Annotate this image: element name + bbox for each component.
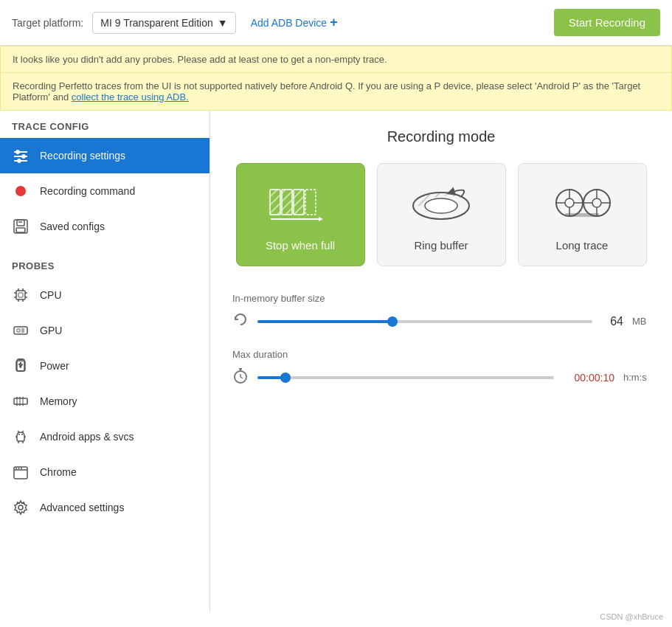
max-duration-value: 00:00:10 bbox=[563, 372, 614, 384]
svg-point-76 bbox=[592, 198, 601, 207]
cpu-icon bbox=[12, 286, 30, 304]
sidebar-item-recording-settings[interactable]: Recording settings bbox=[0, 138, 209, 173]
disk-icon bbox=[12, 218, 30, 235]
sidebar-item-recording-command[interactable]: Recording command bbox=[0, 173, 209, 209]
sidebar-item-gpu[interactable]: GPU bbox=[0, 313, 209, 348]
content-area: Recording mode bbox=[210, 111, 672, 612]
target-platform-label: Target platform: bbox=[12, 17, 83, 29]
sidebar-item-memory-label: Memory bbox=[40, 395, 77, 407]
main-layout: Trace config Recording settings Recordin bbox=[0, 111, 672, 612]
plus-icon: + bbox=[330, 15, 338, 30]
mode-ring-buffer-label: Ring buffer bbox=[414, 239, 468, 252]
power-icon bbox=[12, 357, 30, 375]
sidebar-item-power[interactable]: Power bbox=[0, 348, 209, 384]
header: Target platform: MI 9 Transparent Editio… bbox=[0, 0, 672, 46]
svg-rect-81 bbox=[565, 213, 599, 217]
svg-rect-11 bbox=[18, 293, 23, 297]
svg-rect-61 bbox=[294, 190, 304, 215]
gear-icon bbox=[12, 499, 30, 516]
svg-line-84 bbox=[240, 377, 243, 378]
trace-config-title: Trace config bbox=[0, 111, 209, 138]
sidebar-item-recording-command-label: Recording command bbox=[40, 185, 135, 197]
sidebar-item-memory[interactable]: Memory bbox=[0, 384, 209, 419]
record-dot-icon bbox=[12, 182, 30, 200]
buffer-size-row: 64 MB bbox=[232, 311, 650, 331]
mode-stop-when-full-label: Stop when full bbox=[266, 239, 335, 252]
start-recording-button[interactable]: Start Recording bbox=[554, 9, 660, 36]
svg-point-70 bbox=[565, 198, 574, 207]
probes-title: Probes bbox=[0, 250, 209, 277]
sidebar-item-advanced[interactable]: Advanced settings bbox=[0, 490, 209, 525]
svg-point-47 bbox=[21, 434, 23, 435]
target-platform-select[interactable]: MI 9 Transparent Edition ▼ bbox=[92, 12, 235, 34]
chrome-icon bbox=[12, 463, 30, 481]
mode-stop-when-full[interactable]: Stop when full bbox=[236, 163, 365, 266]
sidebar-item-advanced-label: Advanced settings bbox=[40, 502, 124, 513]
max-duration-section: Max duration 00:00:10 h:m:s bbox=[232, 349, 650, 387]
warning-no-probes: It looks like you didn't add any probes.… bbox=[0, 46, 672, 73]
chevron-down-icon: ▼ bbox=[218, 17, 228, 29]
svg-point-54 bbox=[15, 468, 17, 469]
sliders-icon bbox=[12, 147, 30, 164]
refresh-icon bbox=[232, 311, 249, 331]
buffer-size-slider[interactable] bbox=[257, 320, 592, 323]
sidebar-item-gpu-label: GPU bbox=[40, 325, 62, 336]
mode-long-trace-label: Long trace bbox=[556, 239, 609, 252]
add-adb-button[interactable]: Add ADB Device + bbox=[245, 10, 344, 35]
svg-point-46 bbox=[18, 434, 20, 435]
target-platform-value: MI 9 Transparent Edition bbox=[100, 17, 213, 29]
svg-rect-8 bbox=[16, 228, 25, 232]
android-icon bbox=[12, 428, 30, 446]
timer-icon bbox=[232, 367, 249, 387]
sidebar-item-cpu-label: CPU bbox=[40, 289, 62, 301]
sidebar-item-saved-configs-label: Saved configs bbox=[40, 221, 105, 232]
mode-long-trace[interactable]: Long trace bbox=[518, 163, 647, 266]
svg-marker-64 bbox=[319, 217, 323, 221]
content-title: Recording mode bbox=[232, 128, 650, 145]
svg-point-56 bbox=[21, 468, 22, 469]
sidebar-item-saved-configs[interactable]: Saved configs bbox=[0, 209, 209, 244]
max-duration-unit: h:m:s bbox=[623, 372, 650, 383]
svg-rect-60 bbox=[282, 190, 292, 215]
svg-rect-62 bbox=[305, 190, 316, 215]
svg-point-4 bbox=[22, 155, 26, 159]
svg-rect-59 bbox=[270, 190, 280, 215]
svg-point-57 bbox=[18, 505, 23, 510]
sidebar-item-android[interactable]: Android apps & svcs bbox=[0, 419, 209, 454]
sidebar-item-power-label: Power bbox=[40, 360, 69, 372]
warning-android-p: Recording Perfetto traces from the UI is… bbox=[0, 73, 672, 111]
svg-rect-34 bbox=[14, 398, 27, 404]
max-duration-label: Max duration bbox=[232, 349, 650, 360]
max-duration-row: 00:00:10 h:m:s bbox=[232, 367, 650, 387]
svg-rect-20 bbox=[14, 327, 27, 334]
svg-point-5 bbox=[18, 159, 21, 163]
mode-ring-buffer[interactable]: Ring buffer bbox=[377, 163, 506, 266]
sidebar-item-cpu[interactable]: CPU bbox=[0, 277, 209, 313]
sidebar: Trace config Recording settings Recordin bbox=[0, 111, 210, 612]
footer-credit: CSDN @xhBruce bbox=[600, 612, 663, 621]
recording-mode-cards: Stop when full bbox=[232, 163, 650, 266]
svg-rect-7 bbox=[17, 220, 24, 226]
svg-rect-21 bbox=[17, 329, 20, 332]
buffer-size-section: In-memory buffer size 64 MB bbox=[232, 293, 650, 331]
svg-line-45 bbox=[22, 431, 24, 432]
sidebar-item-chrome[interactable]: Chrome bbox=[0, 454, 209, 490]
svg-point-55 bbox=[18, 468, 20, 469]
sidebar-item-android-label: Android apps & svcs bbox=[40, 431, 134, 443]
max-duration-slider[interactable] bbox=[257, 376, 554, 379]
add-adb-label: Add ADB Device bbox=[251, 17, 328, 29]
buffer-size-unit: MB bbox=[632, 316, 650, 327]
memory-icon bbox=[12, 392, 30, 410]
buffer-size-label: In-memory buffer size bbox=[232, 293, 650, 304]
gpu-icon bbox=[12, 322, 30, 339]
svg-line-44 bbox=[18, 431, 19, 432]
sidebar-item-recording-settings-label: Recording settings bbox=[40, 150, 125, 162]
svg-point-67 bbox=[425, 198, 457, 213]
collect-trace-link[interactable]: collect the trace using ADB. bbox=[72, 91, 189, 103]
sidebar-item-chrome-label: Chrome bbox=[40, 466, 77, 478]
buffer-size-value: 64 bbox=[601, 315, 623, 328]
svg-rect-10 bbox=[16, 291, 25, 299]
svg-point-3 bbox=[16, 150, 20, 154]
